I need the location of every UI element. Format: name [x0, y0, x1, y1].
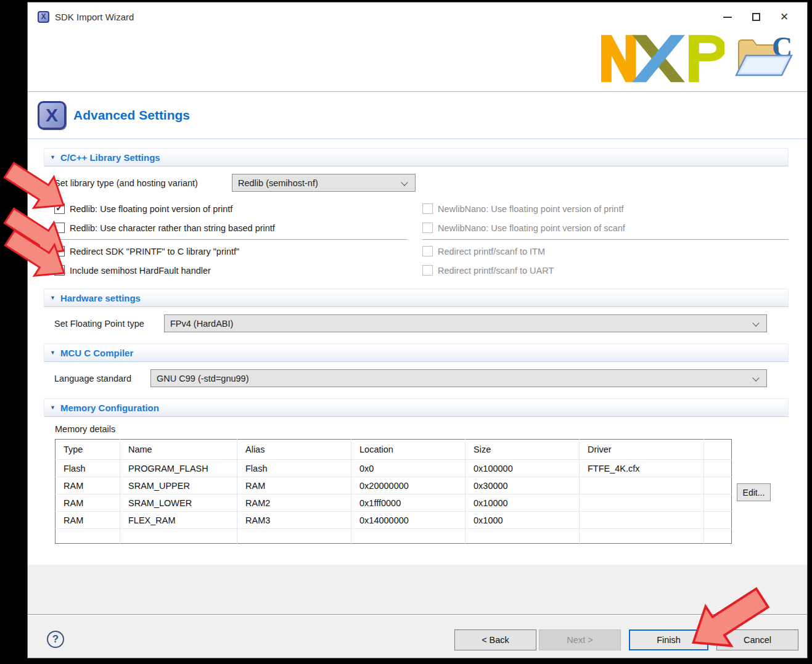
- title-bar: X SDK Import Wizard ✕: [28, 2, 807, 31]
- cell: RAM: [55, 477, 120, 494]
- window-controls: ✕: [713, 2, 798, 31]
- close-button[interactable]: ✕: [770, 2, 798, 31]
- cell: RAM: [55, 494, 120, 512]
- checkbox-label: Include semihost HardFault handler: [70, 266, 211, 276]
- section-header-memory[interactable]: ▼ Memory Configuration: [44, 398, 789, 417]
- table-row-empty[interactable]: [55, 529, 732, 544]
- cell: 0x10000: [465, 494, 580, 512]
- section-title: Memory Configuration: [60, 403, 159, 413]
- nxp-logo: [601, 30, 724, 87]
- edit-button[interactable]: Edit...: [737, 483, 771, 501]
- cell: SRAM_UPPER: [120, 477, 237, 494]
- checkbox-column-left: Redlib: Use floating point version of pr…: [54, 199, 408, 280]
- section-title: C/C++ Library Settings: [60, 152, 160, 163]
- checkbox-group-divider: [44, 239, 408, 240]
- checkbox-group-divider: [422, 239, 789, 240]
- cell: 0x30000: [465, 477, 580, 494]
- checkbox-newlibnano-float-scanf: [422, 223, 433, 233]
- next-button: Next >: [539, 629, 621, 650]
- library-checkbox-grid: Redlib: Use floating point version of pr…: [54, 199, 789, 280]
- section-header-hardware[interactable]: ▼ Hardware settings: [44, 289, 789, 307]
- annotation-arrow-checkbox-1: [3, 162, 65, 210]
- table-row[interactable]: RAM FLEX_RAM RAM3 0x14000000 0x1000: [55, 512, 732, 529]
- checkbox-label: NewlibNano: Use floating point version o…: [438, 223, 625, 233]
- page-title: Advanced Settings: [73, 108, 190, 123]
- cell: [704, 477, 732, 494]
- floating-point-select[interactable]: FPv4 (HardABI): [164, 314, 767, 332]
- checkbox-row: NewlibNano: Use floating point version o…: [422, 199, 789, 218]
- minimize-icon: [723, 17, 732, 18]
- cell: PROGRAM_FLASH: [120, 460, 237, 477]
- library-type-row: Set library type (and hosting variant) R…: [54, 174, 789, 192]
- section-title: MCU C Compiler: [60, 348, 133, 358]
- floating-point-label: Set Floating Point type: [54, 319, 164, 329]
- cell: [580, 494, 704, 512]
- cell: [580, 477, 704, 494]
- col-header[interactable]: Type: [55, 440, 120, 460]
- library-type-select[interactable]: Redlib (semihost-nf): [232, 174, 416, 192]
- col-header[interactable]: Size: [465, 440, 580, 460]
- cell: Flash: [55, 460, 120, 477]
- annotation-arrow-finish: [692, 587, 770, 648]
- library-type-value: Redlib (semihost-nf): [238, 178, 318, 188]
- maximize-icon: [752, 13, 760, 21]
- checkbox-row: Redirect printf/scanf to UART: [422, 261, 789, 280]
- cell: [704, 460, 732, 477]
- table-row[interactable]: Flash PROGRAM_FLASH Flash 0x0 0x100000 F…: [55, 460, 732, 477]
- section-title: Hardware settings: [60, 293, 141, 303]
- col-header[interactable]: Alias: [237, 440, 351, 460]
- wizard-header: X Advanced Settings: [28, 92, 807, 139]
- cell: [580, 512, 704, 529]
- c-folder-icon: C: [732, 31, 795, 86]
- cell: RAM: [237, 477, 351, 494]
- language-standard-value: GNU C99 (-std=gnu99): [157, 374, 249, 383]
- floating-point-row: Set Floating Point type FPv4 (HardABI): [54, 314, 789, 332]
- col-header[interactable]: Driver: [580, 440, 704, 460]
- cell: SRAM_LOWER: [120, 494, 237, 512]
- checkbox-label: Redlib: Use floating point version of pr…: [70, 204, 232, 214]
- wizard-button-bar: < Back Next > Finish Cancel: [28, 629, 798, 651]
- annotation-arrow-checkbox-3: [4, 229, 65, 277]
- table-row[interactable]: RAM SRAM_UPPER RAM 0x20000000 0x30000: [55, 477, 732, 494]
- memory-details-label: Memory details: [55, 424, 789, 434]
- checkbox-label: Redirect printf/scanf to UART: [438, 266, 554, 276]
- checkbox-newlibnano-float-printf: [422, 203, 433, 214]
- checkbox-label: Redirect printf/scanf to ITM: [438, 247, 545, 256]
- memory-table-area: Type Name Alias Location Size Driver Fla…: [55, 439, 789, 544]
- memory-table[interactable]: Type Name Alias Location Size Driver Fla…: [55, 439, 732, 544]
- cell: [704, 494, 732, 512]
- checkbox-redirect-uart: [422, 265, 433, 276]
- cell: 0x1fff0000: [351, 494, 465, 512]
- table-row[interactable]: RAM SRAM_LOWER RAM2 0x1fff0000 0x10000: [55, 494, 732, 512]
- col-header[interactable]: Name: [120, 440, 237, 460]
- chevron-down-icon: [752, 319, 759, 326]
- footer-divider: [28, 614, 807, 615]
- minimize-button[interactable]: [713, 2, 742, 31]
- back-button[interactable]: < Back: [454, 629, 536, 650]
- col-header[interactable]: Location: [351, 440, 465, 460]
- chevron-down-icon: [401, 179, 408, 186]
- app-icon: X: [38, 11, 49, 23]
- cell: [704, 512, 732, 529]
- checkbox-column-right: NewlibNano: Use floating point version o…: [422, 199, 789, 280]
- checkbox-row: Redirect SDK "PRINTF" to C library "prin…: [54, 242, 408, 261]
- language-standard-label: Language standard: [54, 374, 150, 383]
- checkbox-label: NewlibNano: Use floating point version o…: [438, 204, 623, 214]
- chevron-down-icon: [752, 374, 759, 381]
- checkbox-label: Redirect SDK "PRINTF" to C library "prin…: [70, 247, 239, 256]
- cell: RAM3: [237, 512, 351, 529]
- language-standard-select[interactable]: GNU C99 (-std=gnu99): [150, 369, 767, 387]
- section-header-library[interactable]: ▼ C/C++ Library Settings: [44, 148, 789, 166]
- cell: 0x14000000: [351, 512, 465, 529]
- cell: 0x20000000: [351, 477, 465, 494]
- section-header-compiler[interactable]: ▼ MCU C Compiler: [44, 343, 789, 362]
- floating-point-value: FPv4 (HardABI): [170, 319, 233, 329]
- checkbox-row: NewlibNano: Use floating point version o…: [422, 218, 789, 237]
- checkbox-row: Redlib: Use floating point version of pr…: [54, 199, 408, 218]
- branding-area: C: [601, 30, 795, 87]
- cell: FTFE_4K.cfx: [580, 460, 704, 477]
- collapse-triangle-icon: ▼: [50, 350, 55, 356]
- maximize-button[interactable]: [742, 2, 770, 31]
- collapse-triangle-icon: ▼: [50, 295, 55, 301]
- collapse-triangle-icon: ▼: [50, 154, 55, 160]
